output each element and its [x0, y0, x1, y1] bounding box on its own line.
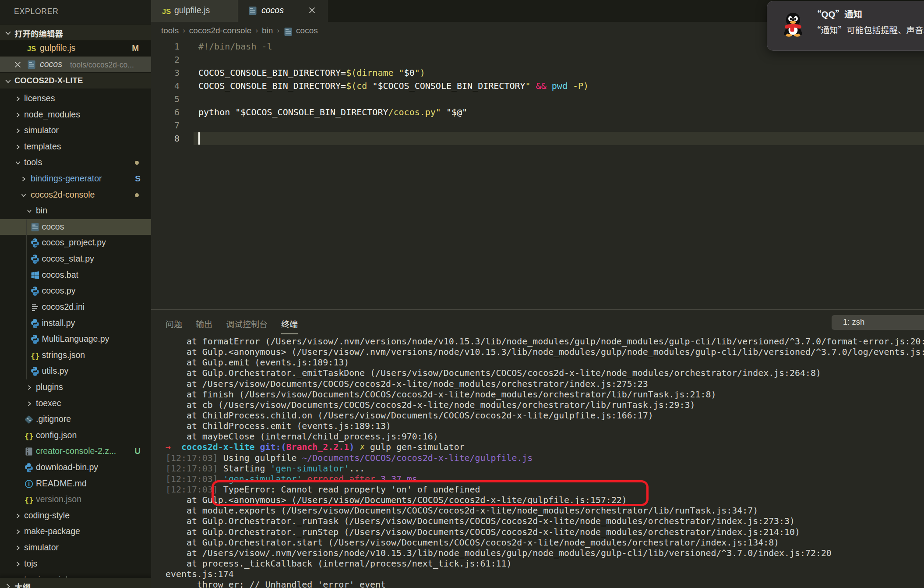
tree-item-tools[interactable]: tools	[0, 155, 151, 171]
open-editor-item[interactable]: JSgulpfile.jsM	[0, 40, 151, 57]
terminal-line[interactable]: at ChildProcess.child.on (/Users/visow/D…	[151, 411, 924, 421]
chevron-right-icon[interactable]	[15, 513, 21, 519]
tree-item-cocos2d-ini[interactable]: cocos2d.ini	[0, 299, 151, 315]
close-icon[interactable]	[308, 7, 316, 14]
chevron-down-icon[interactable]	[21, 192, 27, 198]
panel-tab-problems[interactable]: 问题	[166, 318, 182, 334]
tree-item-config-json[interactable]: {}config.json	[0, 428, 151, 444]
terminal-line[interactable]: at process._tickCallback (internal/proce…	[151, 559, 924, 569]
chevron-down-icon[interactable]	[4, 29, 12, 37]
code-line[interactable]: 6python "$COCOS_CONSOLE_BIN_DIRECTORY/co…	[151, 106, 924, 119]
terminal-line[interactable]: at Gulp.Orchestrator._runTask (/Users/vi…	[151, 516, 924, 527]
terminal-line[interactable]: [12:17:03] Starting 'gen-simulator'...	[151, 464, 924, 474]
terminal-line[interactable]: at Gulp.Orchestrator.start (/Users/visow…	[151, 538, 924, 548]
terminal-line[interactable]: at cb (/Users/visow/Documents/COCOS/coco…	[151, 400, 924, 411]
panel-tab-output[interactable]: 输出	[196, 318, 212, 334]
terminal-output[interactable]: at formatError (/Users/visow/.nvm/versio…	[151, 337, 924, 588]
terminal-line[interactable]: at Gulp.<anonymous> (/Users/visow/.nvm/v…	[151, 347, 924, 358]
terminal-line[interactable]: at /Users/visow/.nvm/versions/node/v10.1…	[151, 548, 924, 559]
terminal-line[interactable]: at Gulp.emit (events.js:189:13)	[151, 358, 924, 368]
chevron-right-icon[interactable]	[15, 128, 21, 134]
workspace-section-header[interactable]: COCOS2D-X-LITE	[0, 72, 151, 89]
tree-item-templates[interactable]: templates	[0, 139, 151, 155]
chevron-right-icon[interactable]	[15, 561, 21, 567]
terminal-line[interactable]: at /Users/visow/Documents/COCOS/cocos2d-…	[151, 379, 924, 390]
chevron-right-icon[interactable]	[21, 176, 27, 182]
terminal-line[interactable]: events.js:174	[151, 569, 924, 580]
tree-item-cocos2d-console[interactable]: cocos2d-console	[0, 187, 151, 203]
chevron-right-icon[interactable]	[26, 384, 32, 391]
tree-item-toexec[interactable]: toexec	[0, 396, 151, 412]
tree-item-simulator[interactable]: simulator	[0, 123, 151, 139]
chevron-down-icon[interactable]	[15, 159, 21, 166]
tree-item-cocos-bat[interactable]: cocos.bat	[0, 267, 151, 283]
code-editor[interactable]: 1#!/bin/bash -l23COCOS_CONSOLE_BIN_DIREC…	[151, 40, 924, 309]
tree-item-licenses[interactable]: licenses	[0, 91, 151, 107]
tree-item-creator-console-2-z-[interactable]: creator-console-2.z...U	[0, 443, 151, 460]
tree-item-readme-md[interactable]: README.md	[0, 476, 151, 492]
tree-item-tojs[interactable]: tojs	[0, 556, 151, 572]
breadcrumb-item[interactable]: bin	[262, 26, 273, 35]
tree-item-version-json[interactable]: {}version.json	[0, 492, 151, 508]
terminal-line[interactable]: at Gulp.Orchestrator._runStep (/Users/vi…	[151, 527, 924, 538]
code-line[interactable]: 5	[151, 92, 924, 106]
outline-section-header[interactable]: 大纲	[0, 577, 151, 588]
terminal-line[interactable]: → cocos2d-x-lite git:(Branch_2.2.1) ✗ gu…	[151, 442, 924, 453]
tree-item-plugins[interactable]: plugins	[0, 379, 151, 396]
tree-item-cocos-stat-py[interactable]: cocos_stat.py	[0, 251, 151, 267]
tree-item-cocos-project-py[interactable]: cocos_project.py	[0, 235, 151, 251]
breadcrumb-item[interactable]: cocos2d-console	[189, 26, 252, 35]
tree-item-make-package[interactable]: make-package	[0, 524, 151, 540]
tree-item-travis-scripts[interactable]: travis-scripts	[0, 572, 151, 577]
breadcrumb-separator-icon: ›	[183, 26, 185, 35]
code-line[interactable]: 4COCOS_CONSOLE_BIN_DIRECTORY=$(cd "$COCO…	[151, 79, 924, 92]
terminal-line[interactable]: at Gulp.Orchestrator._emitTaskDone (/Use…	[151, 368, 924, 379]
tab-cocos[interactable]: cocos	[238, 0, 328, 22]
panel-tab-debug-console[interactable]: 调试控制台	[226, 318, 268, 334]
chevron-right-icon[interactable]	[15, 545, 21, 551]
tree-item-strings-json[interactable]: {}strings.json	[0, 347, 151, 364]
chevron-down-icon[interactable]	[4, 78, 12, 85]
code-line[interactable]: 8	[151, 132, 924, 145]
chevron-down-icon[interactable]	[26, 208, 32, 214]
terminal-line[interactable]: at maybeClose (internal/child_process.js…	[151, 432, 924, 442]
breadcrumb-item[interactable]: tools	[161, 26, 179, 35]
terminal-line[interactable]: at module.exports (/Users/visow/Document…	[151, 506, 924, 516]
tree-item-download-bin-py[interactable]: download-bin.py	[0, 460, 151, 476]
tree-item-cocos-py[interactable]: cocos.py	[0, 283, 151, 299]
code-line[interactable]: 3COCOS_CONSOLE_BIN_DIRECTORY=$(dirname "…	[151, 66, 924, 79]
chevron-right-icon[interactable]	[15, 528, 21, 535]
tree-item-bindings-generator[interactable]: bindings-generatorS	[0, 171, 151, 187]
open-editor-item[interactable]: cocostools/cocos2d-co...	[0, 57, 151, 73]
terminal-shell-select[interactable]: 1: zsh	[832, 315, 924, 330]
terminal-line[interactable]: [12:17:03] Using gulpfile ~/Documents/CO…	[151, 453, 924, 464]
tree-item-cocos[interactable]: cocos	[0, 219, 151, 235]
chevron-right-icon[interactable]	[15, 144, 21, 150]
open-editors-section-header[interactable]: 打开的编辑器	[0, 24, 151, 40]
chevron-right-icon[interactable]	[4, 583, 12, 588]
explorer-sidebar: EXPLORER 打开的编辑器 JSgulpfile.jsMcocostools…	[0, 0, 151, 588]
tree-item-coding-style[interactable]: coding-style	[0, 508, 151, 524]
terminal-line[interactable]: at ChildProcess.emit (events.js:189:13)	[151, 421, 924, 432]
terminal-line[interactable]: at finish (/Users/visow/Documents/COCOS/…	[151, 390, 924, 400]
breadcrumb-file[interactable]: cocos	[296, 26, 318, 35]
tree-item-bin[interactable]: bin	[0, 203, 151, 219]
qq-notification-popup[interactable]: “QQ”通知 “通知”可能包括提醒、声音和图标标记。	[767, 1, 924, 51]
tree-item--gitignore[interactable]: .gitignore	[0, 411, 151, 428]
tree-item-simulator[interactable]: simulator	[0, 540, 151, 556]
chevron-right-icon[interactable]	[15, 96, 21, 102]
chevron-right-icon[interactable]	[26, 400, 32, 407]
code-line[interactable]: 7	[151, 119, 924, 132]
tree-item-multilanguage-py[interactable]: MultiLanguage.py	[0, 331, 151, 347]
tab-gulpfile-js[interactable]: JSgulpfile.js	[151, 0, 238, 22]
code-line[interactable]: 2	[151, 53, 924, 66]
tree-item-utils-py[interactable]: utils.py	[0, 363, 151, 379]
panel-tab-terminal[interactable]: 终端	[281, 318, 298, 334]
chevron-right-icon[interactable]	[15, 112, 21, 118]
tree-item-install-py[interactable]: install.py	[0, 315, 151, 332]
close-icon[interactable]	[14, 61, 21, 68]
tree-item-label: cocos_stat.py	[42, 254, 94, 264]
tree-item-node-modules[interactable]: node_modules	[0, 107, 151, 123]
terminal-line[interactable]: at formatError (/Users/visow/.nvm/versio…	[151, 337, 924, 347]
terminal-line[interactable]: throw er; // Unhandled 'error' event	[151, 580, 924, 588]
